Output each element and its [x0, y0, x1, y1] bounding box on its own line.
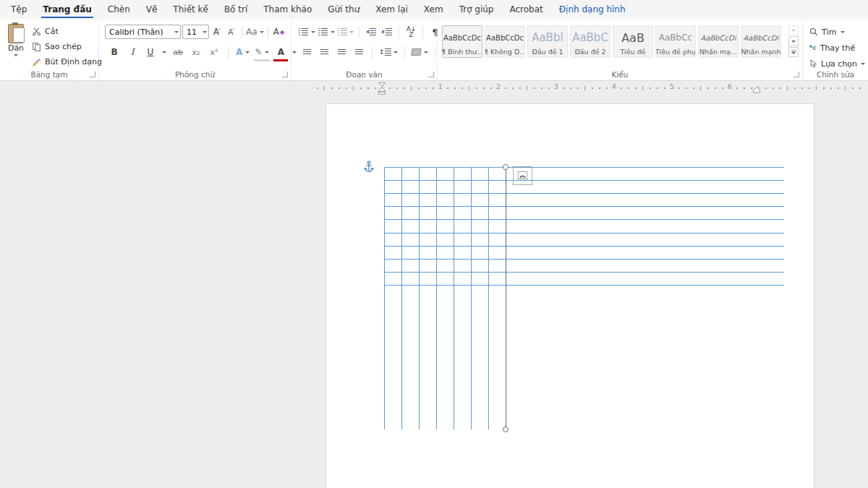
separator	[435, 46, 435, 59]
tab-acrobat[interactable]: Acrobat	[501, 0, 550, 20]
tab-gui-thu[interactable]: Gửi thư	[320, 0, 367, 20]
style-card-ti-u-ph-[interactable]: AaBbCcTiêu đề phụ	[655, 25, 696, 58]
chevron-down-icon[interactable]	[162, 51, 166, 53]
chevron-down-icon	[841, 31, 845, 33]
table-horizontal-line	[384, 180, 784, 181]
find-button[interactable]: Tìm	[809, 24, 865, 40]
document-page[interactable]	[326, 103, 814, 488]
gallery-scroll-up-button[interactable]	[788, 25, 799, 35]
style-card-ti-u-[interactable]: AaBTiêu đề	[613, 25, 653, 58]
style-card--u-2[interactable]: AaBbCĐầu đề 2	[570, 25, 610, 58]
paste-label: Dán	[8, 43, 24, 53]
table-vertical-line[interactable]	[471, 167, 472, 429]
layout-options-button[interactable]	[513, 166, 532, 185]
font-name-combobox[interactable]: Calibri (Thân)	[105, 25, 181, 39]
paste-button[interactable]: Dán	[4, 23, 27, 74]
ruler-tick	[389, 87, 391, 89]
grow-font-button[interactable]: Aˆ	[210, 25, 224, 39]
align-left-button[interactable]	[300, 45, 313, 59]
separator	[422, 26, 423, 38]
ruler-tick	[317, 87, 318, 89]
selection-handle[interactable]	[503, 164, 509, 170]
shrink-font-button[interactable]: Aˇ	[225, 25, 238, 39]
decrease-indent-button[interactable]	[365, 25, 378, 39]
selected-vertical-line[interactable]	[506, 167, 506, 429]
text-effects-button[interactable]: A	[236, 45, 250, 59]
tab-tro-giup[interactable]: Trợ giúp	[451, 0, 502, 20]
sort-button[interactable]: A↓Z	[404, 25, 417, 39]
gallery-more-button[interactable]	[788, 47, 799, 57]
copy-label: Sao chép	[45, 42, 82, 51]
multilevel-list-button[interactable]	[338, 25, 354, 39]
replace-button[interactable]: ᵇc Thay thế	[809, 40, 865, 56]
style-card-nh-n-m-[interactable]: AaBbCcDiNhấn mạ...	[698, 25, 739, 58]
style-card--kh-ng-d-[interactable]: AaBbCcDc¶ Không D...	[485, 25, 525, 58]
tab-tham-khao[interactable]: Tham khảo	[255, 0, 320, 20]
align-right-button[interactable]	[335, 45, 348, 59]
line-spacing-button[interactable]: ↕	[379, 45, 398, 59]
tab-ve[interactable]: Vẽ	[138, 0, 166, 20]
ruler-tick	[570, 87, 571, 89]
copy-button[interactable]: Sao chép	[32, 39, 102, 54]
group-label-font: Phông chữ	[99, 70, 291, 79]
table-horizontal-line	[384, 233, 784, 234]
left-indent-marker[interactable]	[378, 82, 386, 95]
format-painter-button[interactable]: Bút Định dạng	[32, 54, 102, 69]
font-size-combobox[interactable]: 11	[182, 25, 209, 39]
change-case-button[interactable]: Aa	[246, 25, 264, 39]
underline-button[interactable]: U	[144, 45, 157, 59]
replace-label: Thay thế	[820, 43, 856, 53]
strikethrough-button[interactable]: ab	[171, 45, 184, 59]
table-vertical-line[interactable]	[436, 167, 437, 429]
style-card-nh-n-m-nh[interactable]: AaBbCcDiNhấn mạnh	[741, 25, 781, 58]
table-vertical-line[interactable]	[384, 167, 385, 429]
font-size-value: 11	[187, 27, 200, 37]
chevron-down-icon	[203, 31, 207, 33]
align-center-button[interactable]	[318, 45, 331, 59]
table-horizontal-line	[384, 272, 784, 273]
tab-xem-lai[interactable]: Xem lại	[367, 0, 416, 20]
tab-bo-tri[interactable]: Bố trí	[216, 0, 255, 20]
table-vertical-line[interactable]	[454, 167, 454, 429]
style-card--b-nh-th-[interactable]: AaBbCcDc¶ Bình thư...	[442, 25, 482, 58]
tab-xem[interactable]: Xem	[416, 0, 451, 20]
ruler-tick	[700, 86, 701, 90]
tab-tep[interactable]: Tệp	[3, 0, 35, 20]
tab-thiet-ke[interactable]: Thiết kế	[165, 0, 216, 20]
table-vertical-line[interactable]	[401, 167, 402, 429]
ruler-tick	[809, 87, 810, 89]
italic-button[interactable]: I	[126, 45, 139, 59]
tab-chen[interactable]: Chèn	[100, 0, 138, 20]
ruler-tick	[599, 87, 600, 89]
dialog-launcher-icon[interactable]	[793, 72, 799, 77]
dialog-launcher-icon[interactable]	[90, 72, 95, 77]
numbering-button[interactable]	[318, 25, 335, 39]
subscript-button[interactable]: x₂	[190, 45, 203, 59]
style-card--u-1[interactable]: AaBbIĐầu đề 1	[527, 25, 568, 58]
font-group: Calibri (Thân) 11 Aˆ Aˇ Aa A◆ B I U	[99, 20, 292, 80]
right-indent-marker[interactable]	[753, 87, 761, 93]
superscript-button[interactable]: x²	[208, 45, 221, 59]
shading-button[interactable]	[412, 45, 428, 59]
ruler-tick	[751, 87, 752, 89]
table-vertical-line[interactable]	[488, 167, 489, 429]
font-color-button[interactable]: A	[274, 45, 287, 59]
tab-trang-dau[interactable]: Trang đầu	[35, 0, 99, 20]
selection-handle[interactable]	[503, 427, 509, 432]
gallery-scroll-down-button[interactable]	[788, 36, 799, 46]
select-button[interactable]: Lựa chọn	[809, 56, 865, 72]
chevron-down-icon	[260, 31, 264, 33]
cut-button[interactable]: Cắt	[32, 24, 102, 39]
bullets-button[interactable]	[299, 25, 315, 39]
chevron-down-icon	[14, 54, 18, 56]
dialog-launcher-icon[interactable]	[428, 72, 434, 77]
dialog-launcher-icon[interactable]	[282, 72, 288, 77]
bold-button[interactable]: B	[108, 45, 121, 59]
clear-formatting-button[interactable]: A◆	[272, 25, 285, 39]
horizontal-ruler[interactable]: 123456	[0, 81, 868, 95]
highlight-color-button[interactable]: ✎	[255, 45, 269, 59]
increase-indent-button[interactable]	[380, 25, 393, 39]
table-vertical-line[interactable]	[419, 167, 420, 429]
tab-dinh-dang-hinh[interactable]: Định dạng hình	[551, 0, 634, 20]
justify-button[interactable]	[352, 45, 365, 59]
